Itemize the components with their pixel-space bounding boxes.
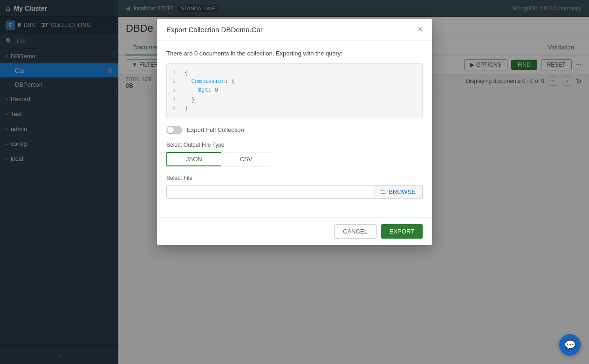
code-text-5: } <box>185 104 188 113</box>
code-text-3: $gt: 0 <box>185 86 218 95</box>
chat-bubble-button[interactable]: 💬 <box>559 334 581 356</box>
toggle-label: Export Full Collection <box>187 126 244 133</box>
btn-csv[interactable]: CSV <box>221 152 272 166</box>
line-num-4: 4 <box>172 96 180 104</box>
code-text-1: { <box>185 69 188 77</box>
code-text-4: } <box>185 96 195 104</box>
toggle-knob <box>167 127 174 133</box>
export-button[interactable]: EXPORT <box>381 224 423 239</box>
output-file-type-label: Select Output File Type <box>166 142 423 148</box>
line-num-1: 1 <box>172 69 180 77</box>
modal-description: There are 0 documents in the collection.… <box>166 50 423 57</box>
code-line-5: 5 } <box>172 104 417 113</box>
modal-title: Export Collection DBDemo.Car <box>166 26 263 34</box>
chat-icon: 💬 <box>564 339 576 350</box>
code-line-3: 3 $gt: 0 <box>172 86 417 95</box>
code-line-1: 1 { <box>172 69 417 77</box>
select-file-label: Select File <box>166 175 423 181</box>
code-text-2: Commission: { <box>185 77 235 86</box>
modal-body: There are 0 documents in the collection.… <box>157 41 432 217</box>
browse-label: BROWSE <box>389 188 416 195</box>
modal-header: Export Collection DBDemo.Car × <box>157 19 432 41</box>
line-num-3: 3 <box>172 86 180 95</box>
app-container: ⌂ My Cluster C 6 DBS 37 COLLECTIONS 🔍 fi… <box>0 0 589 364</box>
file-path-input[interactable] <box>166 185 373 199</box>
file-select-row: 🗀 BROWSE <box>166 185 423 199</box>
btn-json[interactable]: JSON <box>166 152 221 166</box>
cancel-button[interactable]: CANCEL <box>334 224 377 239</box>
export-modal: Export Collection DBDemo.Car × There are… <box>157 19 432 245</box>
export-query-code: 1 { 2 Commission: { 3 $gt: 0 4 } <box>166 63 423 118</box>
code-line-2: 2 Commission: { <box>172 77 417 86</box>
modal-close-button[interactable]: × <box>418 25 423 34</box>
browse-icon: 🗀 <box>380 188 386 195</box>
browse-button[interactable]: 🗀 BROWSE <box>373 185 423 199</box>
file-type-buttons: JSON CSV <box>166 152 423 166</box>
line-num-5: 5 <box>172 104 180 113</box>
code-line-4: 4 } <box>172 96 417 104</box>
line-num-2: 2 <box>172 77 180 86</box>
modal-footer: CANCEL EXPORT <box>157 217 432 245</box>
toggle-row: Export Full Collection <box>166 126 423 134</box>
export-full-toggle[interactable] <box>166 126 182 134</box>
modal-overlay: Export Collection DBDemo.Car × There are… <box>0 0 589 364</box>
